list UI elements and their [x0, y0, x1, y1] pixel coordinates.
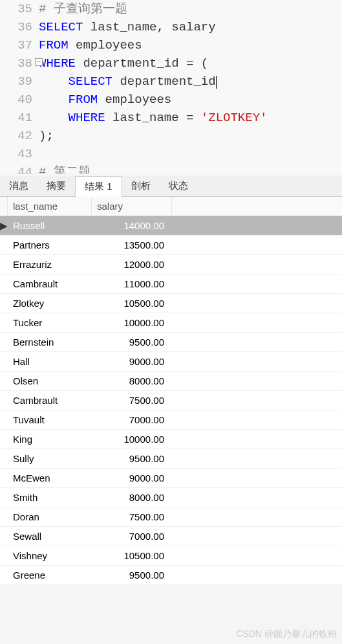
code-line[interactable]: 37FROM employees [0, 36, 342, 54]
cell-last-name[interactable]: Greene [8, 567, 92, 583]
table-row[interactable]: Sewall7000.00 [0, 527, 342, 546]
cell-salary[interactable]: 11000.00 [92, 276, 172, 292]
cell-salary[interactable]: 9500.00 [92, 450, 172, 467]
cell-salary[interactable]: 14000.00 [92, 217, 172, 234]
fold-minus-icon[interactable]: − [35, 58, 43, 66]
cell-salary[interactable]: 9000.00 [92, 353, 172, 370]
table-row[interactable]: King10000.00 [0, 430, 342, 449]
cell-salary[interactable]: 10500.00 [92, 548, 172, 564]
table-row[interactable]: Vishney10500.00 [0, 546, 342, 566]
cell-last-name[interactable]: King [8, 431, 92, 447]
cell-last-name[interactable]: Cambrault [8, 392, 92, 408]
kw-token: FROM [69, 93, 98, 107]
cell-last-name[interactable]: Smith [8, 489, 92, 505]
table-row[interactable]: Zlotkey10500.00 [0, 294, 342, 313]
cell-last-name[interactable]: McEwen [8, 470, 92, 486]
column-header-salary[interactable]: salary [92, 197, 172, 216]
cell-salary[interactable]: 7500.00 [92, 392, 172, 408]
cell-last-name[interactable]: Sewall [8, 528, 92, 544]
table-row[interactable]: Bernstein9500.00 [0, 333, 342, 352]
tab-4[interactable]: 状态 [160, 176, 197, 196]
tab-3[interactable]: 剖析 [122, 176, 160, 196]
table-row[interactable]: Errazuriz12000.00 [0, 255, 342, 274]
kw-token: WHERE [39, 56, 76, 71]
comment-token: # 第二题 [39, 165, 91, 173]
cell-salary[interactable]: 9000.00 [92, 470, 172, 486]
cell-last-name[interactable]: Zlotkey [8, 295, 92, 311]
line-number: 36 [0, 18, 39, 36]
cell-salary[interactable]: 9500.00 [92, 334, 172, 350]
cell-salary[interactable]: 8000.00 [92, 373, 172, 389]
column-header-last-name[interactable]: last_name [8, 197, 92, 216]
code-content[interactable]: WHERE last_name = 'ZLOTKEY' [39, 109, 342, 127]
cell-last-name[interactable]: Cambrault [8, 276, 92, 292]
cell-salary[interactable]: 9500.00 [92, 567, 172, 583]
cell-last-name[interactable]: Russell [8, 217, 92, 234]
sql-editor[interactable]: 35# 子查询第一题36SELECT last_name, salary37FR… [0, 0, 342, 173]
cell-salary[interactable]: 7000.00 [92, 412, 172, 428]
code-line[interactable]: 38−WHERE department_id = ( [0, 54, 342, 72]
line-number: 44 [0, 163, 39, 173]
table-row[interactable]: Cambrault11000.00 [0, 274, 342, 294]
tab-0[interactable]: 消息 [0, 176, 37, 196]
code-content[interactable]: # 子查询第一题 [39, 0, 342, 18]
line-number: 39 [0, 72, 39, 91]
cell-last-name[interactable]: Vishney [8, 548, 92, 564]
tab-2[interactable]: 结果 1 [75, 176, 122, 197]
cell-last-name[interactable]: Sully [8, 450, 92, 467]
cell-salary[interactable]: 12000.00 [92, 256, 172, 272]
code-content[interactable]: ); [39, 127, 342, 145]
code-line[interactable]: 36SELECT last_name, salary [0, 18, 342, 36]
table-row[interactable]: Sully9500.00 [0, 449, 342, 469]
tab-1[interactable]: 摘要 [37, 176, 75, 196]
code-content[interactable]: SELECT last_name, salary [39, 18, 342, 36]
kw-token: SELECT [69, 74, 112, 89]
cell-last-name[interactable]: Olsen [8, 373, 92, 389]
table-row[interactable]: Tucker10000.00 [0, 313, 342, 333]
table-row[interactable]: Olsen8000.00 [0, 372, 342, 391]
cell-salary[interactable]: 8000.00 [92, 489, 172, 505]
code-line[interactable]: 35# 子查询第一题 [0, 0, 342, 18]
cell-last-name[interactable]: Bernstein [8, 334, 92, 350]
code-content[interactable]: FROM employees [39, 91, 342, 109]
code-content[interactable]: SELECT department_id [39, 72, 342, 91]
cell-last-name[interactable]: Hall [8, 353, 92, 370]
code-content[interactable]: # 第二题 [39, 163, 342, 173]
cell-last-name[interactable]: Errazuriz [8, 256, 92, 272]
table-row[interactable]: Greene9500.00 [0, 566, 342, 585]
cell-last-name[interactable]: Tucker [8, 315, 92, 331]
code-content[interactable]: WHERE department_id = ( [39, 54, 342, 72]
cell-salary[interactable]: 13500.00 [92, 237, 172, 253]
cell-salary[interactable]: 7500.00 [92, 509, 172, 525]
code-line[interactable]: 40 FROM employees [0, 91, 342, 109]
cell-last-name[interactable]: Doran [8, 509, 92, 525]
cell-salary[interactable]: 10000.00 [92, 315, 172, 331]
table-row[interactable]: Doran7500.00 [0, 507, 342, 527]
line-number: 43 [0, 145, 39, 163]
line-number: 38− [0, 54, 39, 72]
line-number: 40 [0, 91, 39, 109]
cell-salary[interactable]: 10500.00 [92, 295, 172, 311]
row-indicator-header [0, 197, 8, 216]
cell-salary[interactable]: 7000.00 [92, 528, 172, 544]
code-content[interactable]: FROM employees [39, 36, 342, 54]
cell-salary[interactable]: 10000.00 [92, 431, 172, 447]
table-row[interactable]: ▶Russell14000.00 [0, 216, 342, 236]
code-line[interactable]: 39 SELECT department_id [0, 72, 342, 91]
table-row[interactable]: Tuvault7000.00 [0, 410, 342, 430]
code-line[interactable]: 42); [0, 127, 342, 145]
cell-last-name[interactable]: Tuvault [8, 412, 92, 428]
line-number: 42 [0, 127, 39, 145]
code-line[interactable]: 43 [0, 145, 342, 163]
cell-last-name[interactable]: Partners [8, 237, 92, 253]
table-row[interactable]: Partners13500.00 [0, 236, 342, 255]
table-row[interactable]: McEwen9000.00 [0, 469, 342, 488]
code-line[interactable]: 41 WHERE last_name = 'ZLOTKEY' [0, 109, 342, 127]
results-body[interactable]: ▶Russell14000.00Partners13500.00Errazuri… [0, 216, 342, 585]
kw-token: SELECT [39, 20, 83, 34]
table-row[interactable]: Hall9000.00 [0, 352, 342, 372]
table-row[interactable]: Cambrault7500.00 [0, 391, 342, 410]
text-cursor [216, 76, 217, 89]
code-line[interactable]: 44# 第二题 [0, 163, 342, 173]
table-row[interactable]: Smith8000.00 [0, 488, 342, 507]
